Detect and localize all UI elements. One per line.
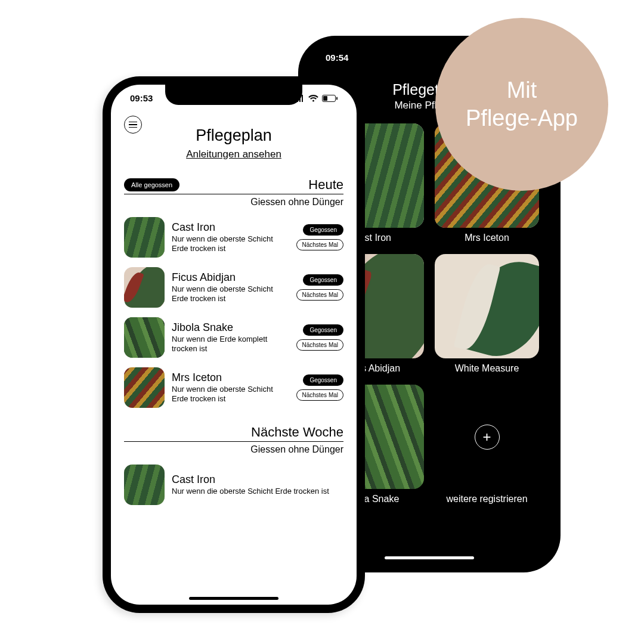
plant-info: Ficus AbidjanNur wenn die oberste Schich… [172, 271, 289, 304]
iceton-thumb[interactable] [124, 367, 165, 408]
plant-info: Mrs IcetonNur wenn die oberste Schicht E… [172, 371, 289, 404]
watered-button[interactable]: Gegossen [303, 274, 343, 286]
status-time: 09:53 [130, 93, 153, 103]
plant-row[interactable]: Jibola SnakeNur wenn die Erde komplett t… [124, 317, 343, 358]
next-time-button[interactable]: Nächstes Mal [296, 289, 343, 301]
badge-line1: Mit [507, 78, 537, 103]
watered-button[interactable]: Gegossen [303, 374, 343, 386]
plant-note: Nur wenn die oberste Schicht Erde trocke… [172, 284, 289, 304]
next-time-button[interactable]: Nächstes Mal [296, 389, 343, 401]
plant-note: Nur wenn die oberste Schicht Erde trocke… [172, 234, 289, 254]
plant-actions: GegossenNächstes Mal [296, 274, 343, 301]
plant-name: Cast Iron [172, 221, 289, 234]
screen-front: 09:53 Pflegeplan Anleitungen ansehen All… [111, 85, 357, 605]
section-head: Alle gegossenHeute [124, 177, 343, 194]
add-plant-box: + [435, 385, 539, 489]
plant-info: Cast IronNur wenn die oberste Schicht Er… [172, 473, 343, 496]
home-indicator [385, 556, 474, 559]
plant-name: Jibola Snake [172, 321, 289, 334]
phone-front: 09:53 Pflegeplan Anleitungen ansehen All… [103, 76, 365, 613]
next-time-button[interactable]: Nächstes Mal [296, 339, 343, 351]
section-head: Nächste Woche [124, 425, 343, 442]
tile-label: White Measure [455, 363, 519, 374]
ficus-thumb[interactable] [124, 267, 165, 308]
plant-info: Jibola SnakeNur wenn die Erde komplett t… [172, 321, 289, 354]
add-plant-tile[interactable]: +weitere registrieren [435, 385, 539, 504]
svg-rect-5 [336, 97, 338, 100]
plant-row[interactable]: Cast IronNur wenn die oberste Schicht Er… [124, 217, 343, 258]
front-content: Pflegeplan Anleitungen ansehen Alle gego… [111, 119, 357, 605]
all-watered-pill[interactable]: Alle gegossen [124, 178, 179, 191]
watered-button[interactable]: Gegossen [303, 324, 343, 336]
plant-actions: GegossenNächstes Mal [296, 374, 343, 401]
plant-row[interactable]: Mrs IcetonNur wenn die oberste Schicht E… [124, 367, 343, 408]
plant-note: Nur wenn die oberste Schicht Erde trocke… [172, 385, 289, 404]
plant-name: Mrs Iceton [172, 371, 289, 384]
plant-note: Nur wenn die oberste Schicht Erde trocke… [172, 487, 343, 496]
plant-row[interactable]: Ficus AbidjanNur wenn die oberste Schich… [124, 267, 343, 308]
page-title: Pflegeplan [124, 126, 343, 145]
section-sub: Giessen ohne Dünger [124, 444, 343, 455]
plant-note: Nur wenn die Erde komplett trocken ist [172, 335, 289, 354]
tile-label: Mrs Iceton [465, 233, 509, 243]
castiron-thumb[interactable] [124, 217, 165, 258]
signal-icon [294, 95, 305, 102]
plant-name: Cast Iron [172, 473, 343, 486]
white-tile-image [435, 254, 539, 358]
section-label: Heute [308, 177, 343, 193]
plant-actions: GegossenNächstes Mal [296, 324, 343, 351]
add-plant-label: weitere registrieren [446, 494, 527, 504]
plant-tile[interactable]: White Measure [435, 254, 539, 374]
plant-name: Ficus Abidjan [172, 271, 289, 284]
battery-icon [322, 95, 338, 102]
badge-line2: Pflege-App [466, 106, 578, 131]
snake-thumb[interactable] [124, 317, 165, 358]
plant-row[interactable]: Cast IronNur wenn die oberste Schicht Er… [124, 465, 343, 505]
view-guides-link[interactable]: Anleitungen ansehen [124, 148, 343, 160]
castiron-thumb[interactable] [124, 465, 165, 505]
wifi-icon [308, 95, 318, 102]
home-indicator [189, 597, 278, 600]
plant-info: Cast IronNur wenn die oberste Schicht Er… [172, 221, 289, 254]
plant-actions: GegossenNächstes Mal [296, 224, 343, 250]
status-bar: 09:53 [111, 93, 357, 103]
status-time: 09:54 [326, 52, 348, 63]
watered-button[interactable]: Gegossen [303, 224, 343, 236]
status-icons [294, 95, 338, 102]
section-label: Nächste Woche [251, 425, 343, 440]
section-sub: Giessen ohne Dünger [124, 197, 343, 208]
plus-icon: + [475, 425, 500, 450]
svg-rect-4 [323, 96, 327, 101]
promo-badge: Mit Pflege-App [435, 18, 608, 191]
next-time-button[interactable]: Nächstes Mal [296, 239, 343, 250]
